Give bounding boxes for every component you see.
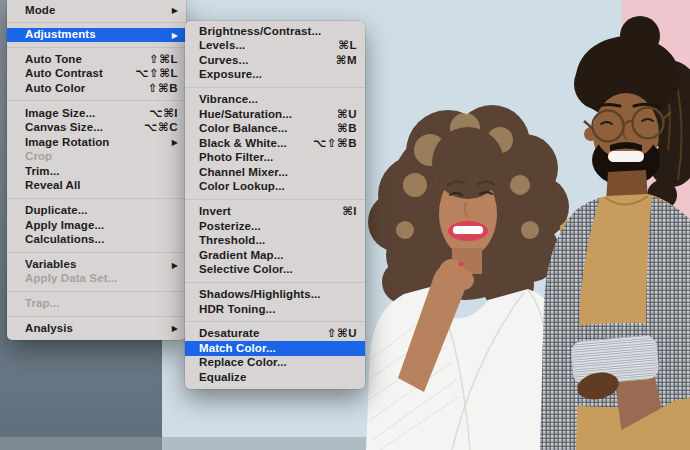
submenu-arrow-icon: ▶ bbox=[172, 325, 178, 333]
menu-item-shadows-highlights[interactable]: Shadows/Highlights... bbox=[185, 288, 365, 303]
menu-item-label: Equalize bbox=[199, 372, 246, 384]
menu-item-match-color[interactable]: Match Color... bbox=[185, 341, 365, 356]
menu-item-mode[interactable]: Mode▶ bbox=[7, 3, 186, 18]
menu-item-analysis[interactable]: Analysis▶ bbox=[7, 321, 186, 336]
menu-shortcut: ⌥⌘C bbox=[144, 122, 178, 134]
menu-item-label: Calculations... bbox=[25, 234, 104, 246]
menu-shortcut: ⌘M bbox=[336, 55, 357, 67]
menu-item-label: Mode bbox=[25, 5, 55, 17]
menu-item-calculations[interactable]: Calculations... bbox=[7, 233, 186, 248]
menu-item-label: Threshold... bbox=[199, 235, 265, 247]
submenu-arrow-icon: ▶ bbox=[172, 31, 178, 39]
menu-separator bbox=[185, 199, 365, 200]
menu-item-label: Match Color... bbox=[199, 343, 276, 355]
menu-item-channel-mixer[interactable]: Channel Mixer... bbox=[185, 165, 365, 180]
menu-item-label: Vibrance... bbox=[199, 94, 258, 106]
menu-item-crop: Crop bbox=[7, 150, 186, 165]
menu-separator bbox=[185, 282, 365, 283]
menu-item-label: Posterize... bbox=[199, 221, 261, 233]
menu-item-image-rotation[interactable]: Image Rotation▶ bbox=[7, 135, 186, 150]
menu-item-black-white[interactable]: Black & White...⌥⇧⌘B bbox=[185, 136, 365, 151]
menu-item-label: Levels... bbox=[199, 40, 245, 52]
menu-separator bbox=[185, 87, 365, 88]
menu-item-gradient-map[interactable]: Gradient Map... bbox=[185, 248, 365, 263]
menu-separator bbox=[7, 22, 186, 23]
menu-shortcut: ⌥⇧⌘B bbox=[313, 138, 357, 150]
menu-item-exposure[interactable]: Exposure... bbox=[185, 68, 365, 83]
menu-item-label: Auto Color bbox=[25, 83, 85, 95]
menu-item-trim[interactable]: Trim... bbox=[7, 164, 186, 179]
menu-item-label: Curves... bbox=[199, 55, 248, 67]
menu-separator bbox=[7, 198, 186, 199]
image-menu: Mode▶Adjustments▶Auto Tone⇧⌘LAuto Contra… bbox=[7, 0, 186, 340]
menu-item-label: Gradient Map... bbox=[199, 250, 284, 262]
menu-item-variables[interactable]: Variables▶ bbox=[7, 257, 186, 272]
menu-shortcut: ⌥⌘I bbox=[149, 108, 178, 120]
woman-fist bbox=[454, 270, 474, 290]
nail-polish bbox=[459, 262, 464, 267]
menu-item-photo-filter[interactable]: Photo Filter... bbox=[185, 151, 365, 166]
menu-item-levels[interactable]: Levels...⌘L bbox=[185, 39, 365, 54]
menu-item-hue-saturation[interactable]: Hue/Saturation...⌘U bbox=[185, 107, 365, 122]
menu-shortcut: ⌘B bbox=[337, 123, 357, 135]
menu-item-canvas-size[interactable]: Canvas Size...⌥⌘C bbox=[7, 121, 186, 136]
menu-item-invert[interactable]: Invert⌘I bbox=[185, 205, 365, 220]
menu-item-label: Image Size... bbox=[25, 108, 95, 120]
menu-item-label: HDR Toning... bbox=[199, 304, 275, 316]
menu-item-replace-color[interactable]: Replace Color... bbox=[185, 356, 365, 371]
submenu-arrow-icon: ▶ bbox=[172, 261, 178, 269]
menu-separator bbox=[7, 47, 186, 48]
menu-item-curves[interactable]: Curves...⌘M bbox=[185, 53, 365, 68]
menu-item-image-size[interactable]: Image Size...⌥⌘I bbox=[7, 106, 186, 121]
menu-shortcut: ⌘U bbox=[337, 109, 357, 121]
menu-item-label: Invert bbox=[199, 206, 231, 218]
adjustments-submenu: Brightness/Contrast...Levels...⌘LCurves.… bbox=[185, 21, 365, 389]
menu-item-label: Variables bbox=[25, 259, 76, 271]
menu-shortcut: ⌘I bbox=[342, 206, 357, 218]
menu-item-vibrance[interactable]: Vibrance... bbox=[185, 92, 365, 107]
menu-item-equalize[interactable]: Equalize bbox=[185, 370, 365, 385]
menu-item-adjustments[interactable]: Adjustments▶ bbox=[7, 28, 186, 43]
man-teeth bbox=[608, 151, 644, 162]
floor-ledge bbox=[0, 437, 372, 450]
menu-item-color-balance[interactable]: Color Balance...⌘B bbox=[185, 122, 365, 137]
menu-item-label: Reveal All bbox=[25, 180, 81, 192]
menu-item-label: Color Lookup... bbox=[199, 181, 285, 193]
menu-item-label: Apply Image... bbox=[25, 220, 104, 232]
menu-item-label: Auto Tone bbox=[25, 54, 82, 66]
menu-item-label: Adjustments bbox=[25, 29, 96, 41]
menu-item-threshold[interactable]: Threshold... bbox=[185, 234, 365, 249]
menu-separator bbox=[7, 291, 186, 292]
menu-item-duplicate[interactable]: Duplicate... bbox=[7, 204, 186, 219]
menu-shortcut: ⇧⌘B bbox=[148, 83, 178, 95]
menu-item-hdr-toning[interactable]: HDR Toning... bbox=[185, 302, 365, 317]
menu-item-reveal-all[interactable]: Reveal All bbox=[7, 179, 186, 194]
menu-shortcut: ⇧⌘L bbox=[149, 54, 178, 66]
menu-item-label: Hue/Saturation... bbox=[199, 109, 292, 121]
menu-separator bbox=[7, 100, 186, 101]
menu-item-trap: Trap... bbox=[7, 297, 186, 312]
menu-item-label: Shadows/Highlights... bbox=[199, 289, 321, 301]
menu-item-label: Analysis bbox=[25, 323, 73, 335]
woman-teeth bbox=[453, 226, 483, 234]
menu-item-apply-image[interactable]: Apply Image... bbox=[7, 218, 186, 233]
menu-separator bbox=[7, 316, 186, 317]
menu-shortcut: ⌘L bbox=[338, 40, 357, 52]
menu-item-auto-color[interactable]: Auto Color⇧⌘B bbox=[7, 81, 186, 96]
menu-item-auto-contrast[interactable]: Auto Contrast⌥⇧⌘L bbox=[7, 67, 186, 82]
menu-item-selective-color[interactable]: Selective Color... bbox=[185, 263, 365, 278]
menu-item-label: Brightness/Contrast... bbox=[199, 26, 321, 38]
menu-item-auto-tone[interactable]: Auto Tone⇧⌘L bbox=[7, 52, 186, 67]
menu-item-brightness-contrast[interactable]: Brightness/Contrast... bbox=[185, 24, 365, 39]
menu-item-label: Crop bbox=[25, 151, 52, 163]
menu-item-label: Auto Contrast bbox=[25, 68, 103, 80]
menu-item-color-lookup[interactable]: Color Lookup... bbox=[185, 180, 365, 195]
menu-item-label: Image Rotation bbox=[25, 137, 109, 149]
menu-item-label: Exposure... bbox=[199, 69, 262, 81]
submenu-arrow-icon: ▶ bbox=[172, 7, 178, 15]
menu-item-desaturate[interactable]: Desaturate⇧⌘U bbox=[185, 327, 365, 342]
menu-item-apply-data-set: Apply Data Set... bbox=[7, 272, 186, 287]
menu-item-posterize[interactable]: Posterize... bbox=[185, 219, 365, 234]
submenu-arrow-icon: ▶ bbox=[172, 139, 178, 147]
menu-separator bbox=[7, 252, 186, 253]
